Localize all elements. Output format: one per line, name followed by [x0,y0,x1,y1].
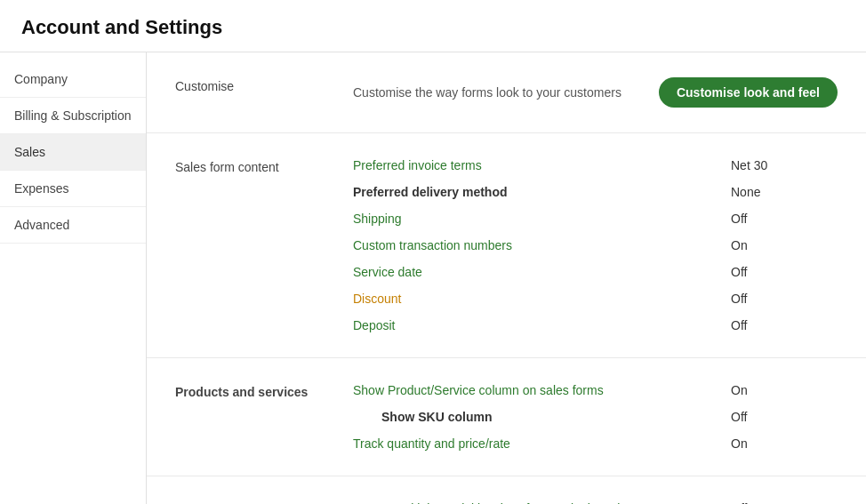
page-title: Account and Settings [0,0,866,52]
service-date-label[interactable]: Service date [353,265,731,279]
products-services-section: Products and services Show Product/Servi… [147,358,866,476]
custom-transaction-numbers-label[interactable]: Custom transaction numbers [353,238,731,252]
track-quantity-label[interactable]: Track quantity and price/rate [353,436,731,451]
deposit-label[interactable]: Deposit [353,318,731,332]
sidebar-item-billing[interactable]: Billing & Subscription [0,98,146,134]
main-content: Customise Customise the way forms look t… [147,52,866,504]
preferred-invoice-terms-value: Net 30 [731,158,838,172]
sidebar: Company Billing & Subscription Sales Exp… [0,52,147,504]
track-quantity-row: Track quantity and price/rate On [353,436,838,451]
discount-value: Off [731,292,838,306]
sku-col-row: Show SKU column Off [353,410,838,424]
deposit-row: Deposit Off [353,318,838,332]
service-date-row: Service date Off [353,265,838,279]
discount-row: Discount Off [353,292,838,306]
service-date-value: Off [731,265,838,279]
product-service-col-label[interactable]: Show Product/Service column on sales for… [353,383,731,397]
preferred-invoice-terms-label[interactable]: Preferred invoice terms [353,158,731,172]
customise-section: Customise Customise the way forms look t… [147,52,866,133]
customise-look-feel-button[interactable]: Customise look and feel [659,77,838,108]
preferred-delivery-method-row: Preferred delivery method None [353,185,838,199]
product-service-col-value: On [731,383,838,397]
sidebar-item-advanced[interactable]: Advanced [0,207,146,244]
track-quantity-value: On [731,436,838,451]
sidebar-item-sales[interactable]: Sales [0,134,146,171]
sku-col-label[interactable]: Show SKU column [353,410,731,424]
sidebar-item-expenses[interactable]: Expenses [0,171,146,207]
sales-form-section-label: Sales form content [175,158,353,174]
shipping-value: Off [731,212,838,226]
discount-label[interactable]: Discount [353,292,731,306]
customise-section-label: Customise [175,77,353,93]
custom-transaction-numbers-value: On [731,238,838,252]
preferred-delivery-method-label[interactable]: Preferred delivery method [353,185,731,199]
shipping-row: Shipping Off [353,212,838,226]
shipping-label[interactable]: Shipping [353,212,731,226]
deposit-value: Off [731,318,838,332]
sidebar-item-company[interactable]: Company [0,61,146,98]
custom-transaction-numbers-row: Custom transaction numbers On [353,238,838,252]
products-services-section-label: Products and services [175,383,353,399]
progress-invoicing-section: Progress Invoicing Create multiple parti… [147,476,866,504]
sales-form-content-section: Sales form content Preferred invoice ter… [147,133,866,358]
sku-col-value: Off [731,410,838,424]
customise-description: Customise the way forms look to your cus… [353,85,659,100]
product-service-col-row: Show Product/Service column on sales for… [353,383,838,397]
preferred-delivery-method-value: None [731,185,838,199]
preferred-invoice-terms-row: Preferred invoice terms Net 30 [353,158,838,172]
